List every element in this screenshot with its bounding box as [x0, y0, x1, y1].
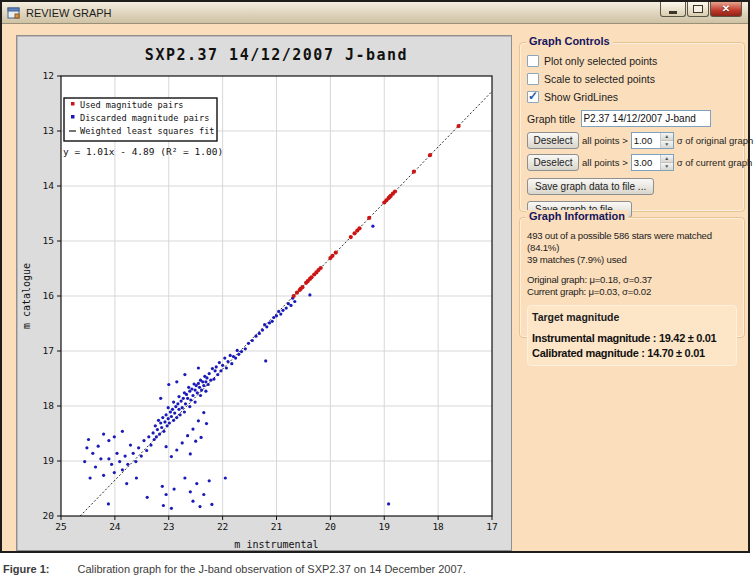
chart-title: SXP2.37 14/12/2007 J-band: [145, 46, 408, 64]
target-magnitude-panel: Target magnitude Instrumental magnitude …: [527, 305, 737, 366]
svg-text:24: 24: [109, 521, 121, 532]
svg-text:12: 12: [43, 70, 54, 81]
sigma-current-value: 3.00: [632, 155, 660, 170]
matches-used-text: 39 matches (7.9%) used: [527, 254, 737, 266]
svg-text:22: 22: [217, 521, 228, 532]
minimize-button[interactable]: [660, 2, 686, 17]
show-gridlines-checkbox[interactable]: [527, 91, 539, 103]
sigma-original-suffix: σ of original graph: [677, 135, 754, 146]
minimize-icon: [669, 11, 677, 14]
close-button[interactable]: ✕: [710, 2, 742, 17]
app-icon: [7, 6, 21, 20]
svg-text:19: 19: [43, 455, 55, 466]
plot-only-selected-label: Plot only selected points: [544, 55, 657, 67]
spinner-up-icon[interactable]: ▲: [661, 133, 673, 141]
graph-information-group: Graph Information 493 out of a possible …: [519, 217, 745, 338]
spinner-down-icon[interactable]: ▼: [661, 163, 673, 170]
svg-text:Weighted least squares fit: Weighted least squares fit: [80, 126, 215, 136]
maximize-icon: [693, 5, 703, 13]
instrumental-magnitude-value: Instrumental magnitude : 19.42 ± 0.01: [532, 331, 732, 346]
window-titlebar[interactable]: REVIEW GRAPH ✕: [2, 2, 748, 24]
plot-only-selected-checkbox[interactable]: [527, 55, 539, 67]
show-gridlines-label: Show GridLines: [544, 91, 618, 103]
original-graph-stats: Original graph: μ=0.18, σ=0.37: [527, 274, 737, 286]
graph-controls-header: Graph Controls: [526, 35, 613, 47]
figure-caption-label: Figure 1:: [3, 563, 49, 575]
all-points-label: all points >: [582, 157, 628, 168]
svg-text:15: 15: [43, 235, 54, 246]
spinner-up-icon[interactable]: ▲: [661, 155, 673, 163]
svg-text:17: 17: [486, 521, 497, 532]
chart-legend: Used magnitude pairsDiscarded magnitude …: [64, 98, 217, 141]
save-graph-data-button[interactable]: Save graph data to file ...: [527, 178, 654, 195]
y-axis-label: m catalogue: [21, 263, 32, 329]
graph-controls-group: Graph Controls Plot only selected points…: [519, 42, 745, 212]
sigma-original-value: 1.00: [632, 133, 660, 148]
graph-title-row: Graph title: [527, 110, 738, 127]
figure-caption-text: Calibration graph for the J-band observa…: [77, 563, 465, 575]
svg-text:13: 13: [43, 125, 54, 136]
current-graph-stats: Current graph: μ=0.03, σ=0.02: [527, 286, 737, 298]
all-points-label: all points >: [582, 135, 628, 146]
matched-stars-text: 493 out of a possible 586 stars were mat…: [527, 230, 737, 254]
calibrated-magnitude-value: Calibrated magnitude : 14.70 ± 0.01: [532, 346, 732, 361]
svg-text:Used magnitude pairs: Used magnitude pairs: [80, 100, 183, 110]
sigma-current-suffix: σ of current graph: [677, 157, 753, 168]
x-axis-label: m instrumental: [234, 539, 318, 548]
fit-equation: y = 1.01x - 4.89 (R² = 1.00): [63, 146, 223, 157]
deselect-original-button[interactable]: Deselect: [527, 132, 579, 149]
svg-text:25: 25: [55, 521, 66, 532]
sigma-current-spinner[interactable]: 3.00 ▲ ▼: [631, 154, 674, 171]
target-magnitude-header: Target magnitude: [532, 311, 732, 323]
graph-panel: 252423222120191817121314151617181920SXP2…: [16, 35, 512, 551]
graph-information-header: Graph Information: [526, 210, 628, 222]
svg-text:21: 21: [271, 521, 283, 532]
svg-text:14: 14: [43, 180, 55, 191]
scale-to-selected-label: Scale to selected points: [544, 73, 655, 85]
svg-text:16: 16: [43, 290, 55, 301]
calibration-scatter-plot[interactable]: 252423222120191817121314151617181920SXP2…: [17, 36, 509, 548]
sigma-original-spinner[interactable]: 1.00 ▲ ▼: [631, 132, 674, 149]
window-title: REVIEW GRAPH: [26, 7, 112, 19]
svg-text:19: 19: [379, 521, 391, 532]
svg-text:20: 20: [325, 521, 337, 532]
deselect-original-row: Deselect all points > 1.00 ▲ ▼ σ of orig…: [527, 132, 738, 149]
svg-text:23: 23: [163, 521, 174, 532]
svg-text:Discarded magnitude pairs: Discarded magnitude pairs: [80, 113, 209, 123]
show-gridlines-row: Show GridLines: [527, 89, 738, 104]
svg-text:18: 18: [432, 521, 444, 532]
deselect-current-row: Deselect all points > 3.00 ▲ ▼ σ of curr…: [527, 154, 738, 171]
svg-text:17: 17: [43, 345, 54, 356]
figure-caption: Figure 1: Calibration graph for the J-ba…: [3, 563, 466, 575]
graph-title-input[interactable]: [581, 110, 711, 127]
graph-title-label: Graph title: [527, 113, 575, 125]
maximize-button[interactable]: [687, 2, 709, 17]
deselect-current-button[interactable]: Deselect: [527, 154, 579, 171]
spinner-down-icon[interactable]: ▼: [661, 141, 673, 148]
scale-to-selected-row: Scale to selected points: [527, 71, 738, 86]
close-icon: ✕: [722, 4, 730, 14]
svg-text:20: 20: [43, 510, 55, 521]
scale-to-selected-checkbox[interactable]: [527, 73, 539, 85]
figure-root: REVIEW GRAPH ✕ 2524232221201918171213141…: [0, 0, 754, 588]
svg-text:18: 18: [43, 400, 55, 411]
review-graph-window: REVIEW GRAPH ✕ 2524232221201918171213141…: [0, 0, 750, 553]
plot-only-selected-row: Plot only selected points: [527, 53, 738, 68]
